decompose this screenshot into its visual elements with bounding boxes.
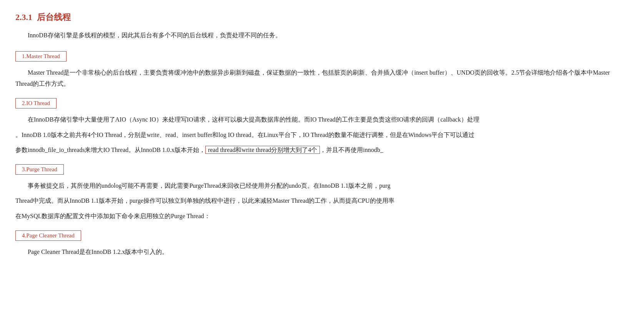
purge-thread-text2: Thread中完成。而从InnoDB 1.1版本开始，purge操作可以独立到单… <box>15 195 629 207</box>
subsection-label-master: 1.Master Thread <box>15 51 67 62</box>
io-thread-text3: 参数innodb_file_io_threads来增大IO Thread。从In… <box>15 144 629 156</box>
io-thread-label: 2.IO Thread <box>15 96 629 114</box>
section-number: 2.3.1 <box>15 12 32 22</box>
purge-thread-text3: 在MySQL数据库的配置文件中添加如下命令来启用独立的Purge Thread： <box>15 210 629 222</box>
page-cleaner-thread-text: Page Cleaner Thread是在InnoDB 1.2.x版本中引入的。 <box>15 246 629 258</box>
purge-thread-label: 3.Purge Thread <box>15 162 629 180</box>
section-title: 2.3.1 后台线程 <box>15 12 629 23</box>
subsection-label-purge: 3.Purge Thread <box>15 164 64 175</box>
subsection-master-thread: 1.Master Thread Master Thread是一个非常核心的后台线… <box>15 49 629 90</box>
io-highlight-box: read thread和write thread分别增大到了4个 <box>205 146 320 154</box>
subsection-io-thread: 2.IO Thread 在InnoDB存储引擎中大量使用了AIO（Async I… <box>15 96 629 156</box>
subsection-purge-thread: 3.Purge Thread 事务被提交后，其所使用的undolog可能不再需要… <box>15 162 629 222</box>
master-thread-label: 1.Master Thread <box>15 49 629 67</box>
io-thread-text2: 。InnoDB 1.0版本之前共有4个IO Thread，分别是write、re… <box>15 129 629 141</box>
subsection-label-io: 2.IO Thread <box>15 98 57 108</box>
page-cleaner-thread-label: 4.Page Cleaner Thread <box>15 228 629 246</box>
subsection-label-page-cleaner: 4.Page Cleaner Thread <box>15 230 81 241</box>
intro-text: InnoDB存储引擎是多线程的模型，因此其后台有多个不同的后台线程，负责处理不同… <box>15 30 629 41</box>
io-thread-text: 在InnoDB存储引擎中大量使用了AIO（Async IO）来处理写IO请求，这… <box>15 114 629 125</box>
master-thread-text: Master Thread是一个非常核心的后台线程，主要负责将缓冲池中的数据异步… <box>15 67 629 90</box>
subsection-page-cleaner-thread: 4.Page Cleaner Thread Page Cleaner Threa… <box>15 228 629 258</box>
section-name: 后台线程 <box>37 12 71 23</box>
purge-thread-text1: 事务被提交后，其所使用的undolog可能不再需要，因此需要PurgeThrea… <box>15 180 629 192</box>
intro-paragraph: InnoDB存储引擎是多线程的模型，因此其后台有多个不同的后台线程，负责处理不同… <box>15 30 629 41</box>
